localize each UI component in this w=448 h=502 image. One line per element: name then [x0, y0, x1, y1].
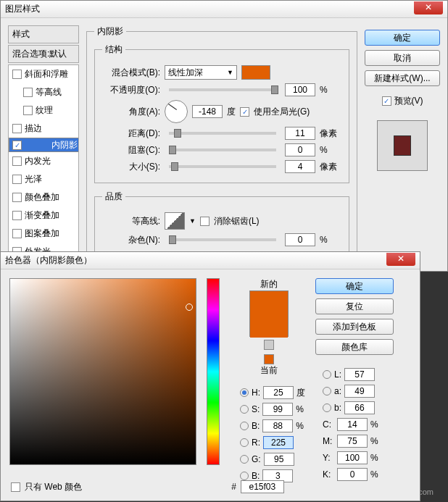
preview-checkbox[interactable]: ✓: [382, 96, 391, 106]
ok-button[interactable]: 确定: [365, 30, 440, 46]
noise-label: 杂色(N):: [102, 234, 160, 246]
h-radio[interactable]: [240, 388, 249, 397]
y-input[interactable]: 100: [337, 451, 368, 464]
blend-options-header[interactable]: 混合选项:默认: [8, 45, 79, 63]
a-radio[interactable]: [323, 387, 331, 396]
bv-label: B:: [252, 421, 260, 431]
c-label: C:: [323, 419, 334, 430]
choke-label: 阻塞(C):: [102, 144, 160, 156]
cp-add-swatch-button[interactable]: 添加到色板: [315, 319, 394, 335]
new-style-button[interactable]: 新建样式(W)...: [365, 70, 440, 86]
preview-label: 预览(V): [394, 95, 423, 107]
picker-ring-icon: [186, 304, 193, 311]
choke-slider[interactable]: [169, 148, 276, 151]
style-item-6[interactable]: 光泽: [9, 170, 78, 188]
angle-dial[interactable]: [165, 100, 188, 123]
style-label: 纹理: [36, 104, 53, 117]
style-item-7[interactable]: 颜色叠加: [9, 188, 78, 206]
opacity-input[interactable]: 100: [285, 83, 315, 96]
style-checkbox[interactable]: [12, 156, 22, 166]
style-item-8[interactable]: 渐变叠加: [9, 206, 78, 225]
lab-b-input[interactable]: 66: [344, 401, 375, 414]
style-checkbox[interactable]: [12, 124, 22, 133]
size-input[interactable]: 4: [285, 160, 315, 173]
cp-color-lib-button[interactable]: 颜色库: [315, 339, 394, 355]
cube-icon[interactable]: [264, 340, 274, 350]
style-checkbox[interactable]: [23, 88, 33, 97]
l-input[interactable]: 57: [344, 368, 375, 381]
style-checkbox[interactable]: [12, 193, 22, 202]
m-label: M:: [323, 436, 334, 446]
close-icon[interactable]: ✕: [386, 253, 415, 266]
noise-input[interactable]: 0: [285, 233, 315, 246]
style-checkbox[interactable]: [23, 106, 33, 115]
blend-mode-select[interactable]: 线性加深▼: [165, 65, 237, 80]
close-icon[interactable]: ✕: [414, 1, 443, 14]
g-radio[interactable]: [240, 455, 249, 464]
inner-shadow-settings: 内阴影 结构 混合模式(B): 线性加深▼ 不透明度(O): 100 %: [86, 25, 357, 282]
size-label: 大小(S):: [102, 161, 160, 173]
web-only-checkbox[interactable]: [11, 482, 20, 492]
bv-radio[interactable]: [240, 422, 249, 430]
style-checkbox[interactable]: [12, 175, 22, 184]
angle-input[interactable]: -148: [192, 105, 223, 118]
style-item-9[interactable]: 图案叠加: [9, 225, 78, 243]
style-label: 光泽: [25, 173, 42, 185]
antialias-checkbox[interactable]: [200, 217, 210, 226]
noise-slider[interactable]: [169, 238, 276, 241]
y-unit: %: [370, 453, 378, 463]
r-input[interactable]: 225: [263, 436, 294, 449]
opacity-label: 不透明度(O):: [102, 84, 160, 96]
m-input[interactable]: 75: [337, 435, 368, 448]
style-checkbox[interactable]: [12, 229, 22, 238]
c-input[interactable]: 14: [337, 418, 368, 431]
current-color-label: 当前: [260, 364, 278, 377]
button-column: 确定 取消 新建样式(W)... ✓ 预览(V): [365, 25, 440, 282]
lab-b-radio[interactable]: [323, 403, 331, 412]
size-slider[interactable]: [169, 165, 276, 168]
noise-unit: %: [320, 235, 341, 245]
g-input[interactable]: 95: [264, 453, 294, 466]
l-radio[interactable]: [323, 370, 331, 379]
style-item-5[interactable]: 内发光: [9, 152, 78, 170]
choke-input[interactable]: 0: [285, 143, 315, 156]
a-input[interactable]: 49: [344, 385, 375, 398]
global-light-checkbox[interactable]: ✓: [240, 107, 249, 117]
r-radio[interactable]: [240, 438, 249, 447]
inner-shadow-fieldset: 内阴影 结构 混合模式(B): 线性加深▼ 不透明度(O): 100 %: [86, 25, 357, 270]
hex-input[interactable]: e15f03: [241, 480, 284, 493]
bv-input[interactable]: 88: [262, 419, 293, 432]
style-item-1[interactable]: 等高线: [9, 83, 78, 101]
m-unit: %: [370, 436, 378, 446]
chevron-down-icon[interactable]: ▼: [189, 217, 196, 225]
color-field[interactable]: [9, 278, 196, 465]
h-unit: 度: [296, 387, 305, 399]
cp-reset-button[interactable]: 复位: [315, 298, 394, 314]
h-input[interactable]: 25: [263, 386, 294, 399]
contour-picker[interactable]: [165, 212, 185, 230]
opacity-slider[interactable]: [169, 88, 276, 91]
distance-input[interactable]: 11: [285, 127, 315, 140]
cancel-button[interactable]: 取消: [365, 50, 440, 66]
style-item-4[interactable]: ✓内阴影: [9, 138, 79, 152]
s-input[interactable]: 99: [262, 403, 293, 416]
styles-header[interactable]: 样式: [8, 25, 79, 43]
style-checkbox[interactable]: ✓: [12, 141, 22, 150]
b-radio[interactable]: [240, 472, 249, 480]
s-radio[interactable]: [240, 405, 249, 414]
style-item-0[interactable]: 斜面和浮雕: [9, 65, 78, 83]
hue-slider[interactable]: [207, 278, 220, 465]
cp-ok-button[interactable]: 确定: [315, 278, 394, 294]
style-item-2[interactable]: 纹理: [9, 101, 78, 120]
structure-title: 结构: [102, 43, 125, 56]
color-swatch[interactable]: [241, 65, 270, 80]
a-label: a:: [334, 386, 341, 396]
distance-slider[interactable]: [169, 132, 276, 135]
style-label: 内阴影: [51, 139, 78, 151]
k-input[interactable]: 0: [337, 468, 368, 481]
mini-swatch[interactable]: [264, 354, 274, 364]
style-checkbox[interactable]: [12, 70, 22, 79]
current-color-swatch[interactable]: [250, 314, 288, 338]
style-item-3[interactable]: 描边: [9, 120, 78, 138]
style-checkbox[interactable]: [12, 211, 22, 220]
